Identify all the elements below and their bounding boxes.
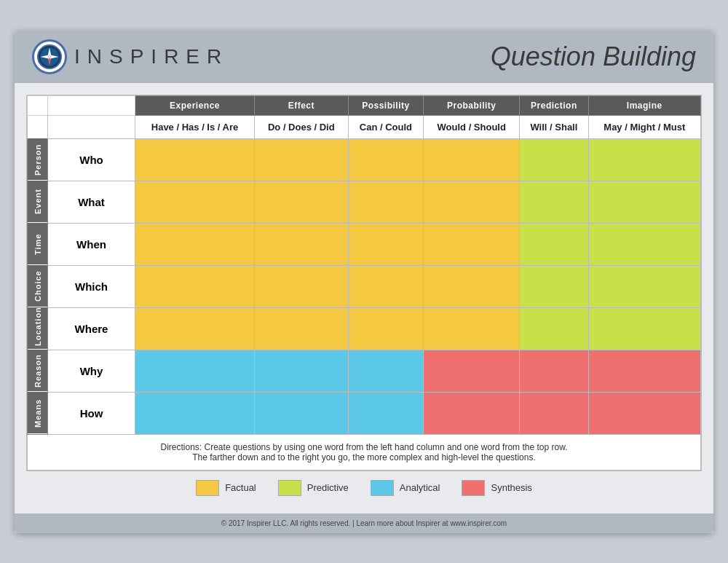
cell-what-col3 (424, 181, 520, 223)
cell-when-col4 (520, 223, 588, 265)
question-cell-where: Where (48, 307, 135, 350)
cell-who-col3 (424, 138, 520, 181)
cell-when-col5 (588, 223, 700, 265)
predictive-swatch (278, 480, 301, 496)
synthesis-label: Synthesis (491, 482, 531, 493)
table-row: EventWhat (28, 181, 701, 223)
row-label-reason: Reason (28, 350, 48, 392)
cell-who-col5 (588, 138, 700, 181)
cell-how-col5 (588, 392, 700, 434)
cell-which-col4 (520, 265, 588, 307)
cell-where-col4 (520, 307, 588, 350)
page: INSPIRER Question Building Experience Ef… (15, 31, 713, 533)
sub-header-can: Can / Could (348, 115, 424, 138)
cell-why-col2 (348, 350, 424, 392)
cell-why-col5 (588, 350, 700, 392)
cell-why-col0 (135, 350, 255, 392)
corner-empty-label (28, 95, 48, 115)
cell-who-col1 (255, 138, 349, 181)
directions-row: Directions: Create questions by using on… (28, 434, 701, 470)
cell-where-col2 (348, 307, 424, 350)
cell-who-col0 (135, 138, 255, 181)
predictive-label: Predictive (307, 482, 349, 493)
main-content: Experience Effect Possibility Probabilit… (15, 83, 713, 513)
directions-text: Directions: Create questions by using on… (28, 434, 701, 470)
table-row: MeansHow (28, 392, 701, 434)
cell-how-col2 (348, 392, 424, 434)
table-wrapper: Experience Effect Possibility Probabilit… (26, 95, 702, 471)
logo-area: INSPIRER (32, 39, 229, 74)
column-header-sub-row: Have / Has / Is / Are Do / Does / Did Ca… (28, 115, 701, 138)
question-cell-what: What (48, 181, 135, 223)
col-header-experience: Experience (135, 95, 255, 115)
cell-which-col3 (424, 265, 520, 307)
logo-circle (32, 39, 67, 74)
cell-how-col1 (255, 392, 349, 434)
cell-when-col1 (255, 223, 349, 265)
factual-swatch (196, 480, 219, 496)
question-cell-why: Why (48, 350, 135, 392)
cell-when-col2 (348, 223, 424, 265)
table-body: PersonWhoEventWhatTimeWhenChoiceWhichLoc… (28, 138, 701, 434)
cell-what-col5 (588, 181, 700, 223)
col-header-prediction: Prediction (520, 95, 588, 115)
cell-what-col0 (135, 181, 255, 223)
cell-what-col2 (348, 181, 424, 223)
legend: Factual Predictive Analytical Synthesis (26, 471, 702, 502)
cell-when-col0 (135, 223, 255, 265)
cell-why-col4 (520, 350, 588, 392)
question-cell-how: How (48, 392, 135, 434)
legend-analytical: Analytical (371, 480, 440, 496)
column-header-top-row: Experience Effect Possibility Probabilit… (28, 95, 701, 115)
compass-icon (36, 44, 63, 70)
sub-question-empty (48, 115, 135, 138)
table-row: ReasonWhy (28, 350, 701, 392)
svg-point-6 (48, 55, 51, 58)
col-header-effect: Effect (255, 95, 349, 115)
legend-factual: Factual (196, 480, 256, 496)
question-cell-which: Which (48, 265, 135, 307)
cell-where-col1 (255, 307, 349, 350)
header-title: Question Building (491, 42, 696, 72)
logo-text: INSPIRER (74, 45, 229, 68)
legend-predictive: Predictive (278, 480, 349, 496)
col-header-imagine: Imagine (588, 95, 700, 115)
cell-why-col1 (255, 350, 349, 392)
row-label-choice: Choice (28, 265, 48, 307)
row-label-person: Person (28, 138, 48, 181)
sub-header-may: May / Might / Must (588, 115, 700, 138)
sub-header-have: Have / Has / Is / Are (135, 115, 255, 138)
col-header-probability: Probability (424, 95, 520, 115)
col-header-possibility: Possibility (348, 95, 424, 115)
cell-when-col3 (424, 223, 520, 265)
row-label-means: Means (28, 392, 48, 434)
row-label-event: Event (28, 181, 48, 223)
sub-corner-empty (28, 115, 48, 138)
analytical-swatch (371, 480, 394, 496)
footer-text: © 2017 Inspirer LLC. All rights reserved… (221, 519, 507, 527)
cell-where-col5 (588, 307, 700, 350)
factual-label: Factual (225, 482, 256, 493)
cell-how-col0 (135, 392, 255, 434)
row-label-location: Location (28, 307, 48, 350)
footer: © 2017 Inspirer LLC. All rights reserved… (15, 513, 713, 533)
cell-how-col4 (520, 392, 588, 434)
cell-what-col1 (255, 181, 349, 223)
legend-synthesis: Synthesis (462, 480, 531, 496)
table-row: LocationWhere (28, 307, 701, 350)
cell-which-col2 (348, 265, 424, 307)
table-row: TimeWhen (28, 223, 701, 265)
cell-why-col3 (424, 350, 520, 392)
sub-header-would: Would / Should (424, 115, 520, 138)
cell-where-col0 (135, 307, 255, 350)
question-cell-who: Who (48, 138, 135, 181)
table-row: ChoiceWhich (28, 265, 701, 307)
cell-who-col4 (520, 138, 588, 181)
header: INSPIRER Question Building (15, 31, 713, 83)
cell-where-col3 (424, 307, 520, 350)
cell-how-col3 (424, 392, 520, 434)
cell-which-col5 (588, 265, 700, 307)
question-cell-when: When (48, 223, 135, 265)
sub-header-do: Do / Does / Did (255, 115, 349, 138)
synthesis-swatch (462, 480, 485, 496)
